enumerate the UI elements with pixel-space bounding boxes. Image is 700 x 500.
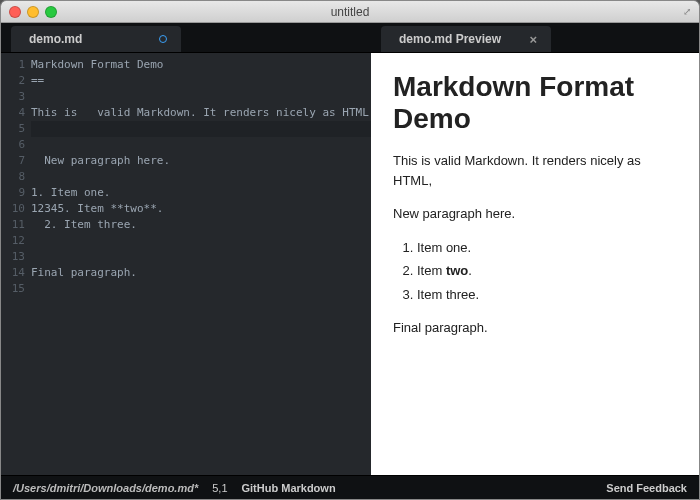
modified-indicator-icon xyxy=(159,35,167,43)
editor-pane[interactable]: 123456789101112131415 Markdown Format De… xyxy=(1,53,371,475)
resize-icon[interactable]: ⤢ xyxy=(683,6,691,17)
line-number: 10 xyxy=(1,201,25,217)
traffic-lights xyxy=(9,6,57,18)
line-number: 12 xyxy=(1,233,25,249)
titlebar: untitled ⤢ xyxy=(1,1,699,23)
editor-line[interactable]: This is valid Markdown. It renders nicel… xyxy=(31,105,371,121)
status-bar: /Users/dmitri/Downloads/demo.md* 5,1 Git… xyxy=(1,475,699,499)
editor-line[interactable]: Markdown Format Demo xyxy=(31,57,371,73)
list-item: Item two. xyxy=(417,261,677,281)
close-tab-icon[interactable]: × xyxy=(529,32,537,47)
preview-list: Item one.Item two.Item three. xyxy=(417,238,677,305)
tab-editor[interactable]: demo.md xyxy=(11,26,181,52)
maximize-icon[interactable] xyxy=(45,6,57,18)
status-path: /Users/dmitri/Downloads/demo.md* xyxy=(13,482,198,494)
close-icon[interactable] xyxy=(9,6,21,18)
editor-line[interactable] xyxy=(31,89,371,105)
send-feedback-link[interactable]: Send Feedback xyxy=(606,482,687,494)
app-window: untitled ⤢ demo.md demo.md Preview × 123… xyxy=(0,0,700,500)
line-number: 5 xyxy=(1,121,25,137)
editor-line[interactable] xyxy=(31,281,371,297)
editor-line[interactable]: Final paragraph. xyxy=(31,265,371,281)
editor-line[interactable] xyxy=(31,249,371,265)
status-mode[interactable]: GitHub Markdown xyxy=(242,482,336,494)
editor-line[interactable] xyxy=(31,121,371,137)
line-number: 7 xyxy=(1,153,25,169)
line-number: 9 xyxy=(1,185,25,201)
editor-lines[interactable]: Markdown Format Demo==This is valid Mark… xyxy=(31,57,371,475)
list-item: Item one. xyxy=(417,238,677,258)
line-number: 8 xyxy=(1,169,25,185)
preview-paragraph: New paragraph here. xyxy=(393,204,677,224)
tab-label: demo.md Preview xyxy=(399,32,501,46)
preview-paragraph: Final paragraph. xyxy=(393,318,677,338)
line-gutter: 123456789101112131415 xyxy=(1,57,31,475)
status-cursor: 5,1 xyxy=(212,482,227,494)
editor-line[interactable]: 2. Item three. xyxy=(31,217,371,233)
tab-bar: demo.md demo.md Preview × xyxy=(1,23,699,53)
line-number: 2 xyxy=(1,73,25,89)
line-number: 15 xyxy=(1,281,25,297)
minimize-icon[interactable] xyxy=(27,6,39,18)
line-number: 1 xyxy=(1,57,25,73)
editor-line[interactable] xyxy=(31,137,371,153)
line-number: 6 xyxy=(1,137,25,153)
editor-line[interactable]: New paragraph here. xyxy=(31,153,371,169)
editor-line[interactable] xyxy=(31,169,371,185)
preview-pane: Markdown Format Demo This is valid Markd… xyxy=(371,53,699,475)
line-number: 14 xyxy=(1,265,25,281)
tab-preview[interactable]: demo.md Preview × xyxy=(381,26,551,52)
line-number: 13 xyxy=(1,249,25,265)
editor-line[interactable]: == xyxy=(31,73,371,89)
editor-line[interactable]: 1. Item one. xyxy=(31,185,371,201)
preview-heading: Markdown Format Demo xyxy=(393,71,677,135)
editor-line[interactable]: 12345. Item **two**. xyxy=(31,201,371,217)
editor-line[interactable] xyxy=(31,233,371,249)
list-item: Item three. xyxy=(417,285,677,305)
preview-paragraph: This is valid Markdown. It renders nicel… xyxy=(393,151,677,190)
window-title: untitled xyxy=(1,5,699,19)
line-number: 4 xyxy=(1,105,25,121)
split-content: 123456789101112131415 Markdown Format De… xyxy=(1,53,699,475)
line-number: 3 xyxy=(1,89,25,105)
tab-label: demo.md xyxy=(29,32,82,46)
line-number: 11 xyxy=(1,217,25,233)
